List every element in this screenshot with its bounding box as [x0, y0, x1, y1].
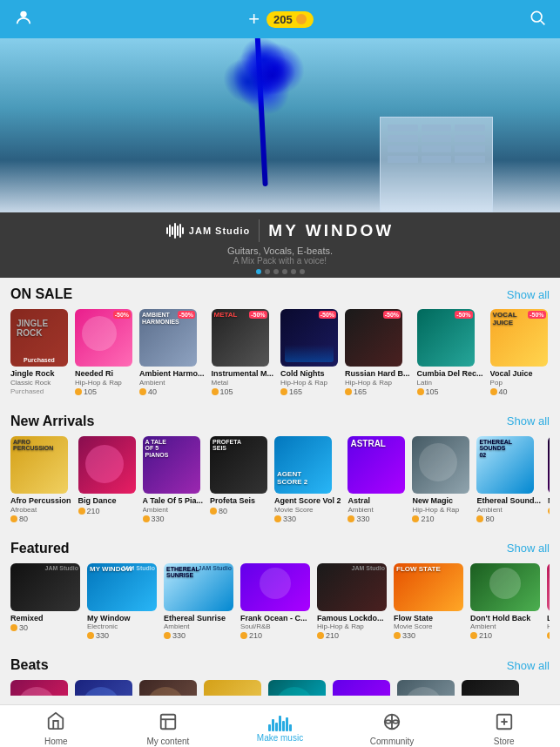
featured-show-all[interactable]: Show all	[507, 542, 550, 555]
album-thumb	[204, 680, 261, 696]
list-item[interactable]	[462, 680, 519, 696]
list-item[interactable]: ETHEREALSUNRISE JAM Studio Ethereal Sunr…	[164, 563, 233, 641]
list-item[interactable]: LOFI STUDYBEATS JAM Studio Lofi Study Be…	[547, 563, 550, 641]
nav-home-label: Home	[44, 737, 68, 746]
list-item[interactable]: -50% Cumbia Del Rec... Latin 105	[417, 309, 483, 396]
waveform-icon	[166, 223, 184, 239]
new-arrivals-section: New Arrivals Show all AFROPERCUSSION Afr…	[0, 405, 560, 532]
list-item[interactable]: -50% Needed Ri Hip-Hop & Rap 105	[75, 309, 132, 396]
list-item[interactable]: -50% Cold Nights Hip-Hop & Rap 165	[280, 309, 338, 396]
brand-bar: JAM Studio MY WINDOW Guitars, Vocals, E-…	[0, 212, 560, 278]
dot-4[interactable]	[282, 269, 287, 274]
album-thumb: ETHEREALSOUNDS02	[476, 436, 534, 494]
make-music-icon	[268, 716, 292, 731]
nav-community-label: Community	[370, 737, 415, 746]
list-item[interactable]: AGENTSCORE 2 Agent Score Vol 2 Movie Sco…	[274, 436, 341, 523]
carousel-dots	[0, 266, 560, 278]
search-icon[interactable]	[529, 9, 546, 30]
list-item[interactable]: AMBIENTHARMONIES -50% Ambient Harmo... A…	[139, 309, 205, 396]
list-item[interactable]	[204, 680, 261, 696]
album-thumb: ASTRAL	[347, 436, 405, 494]
album-thumb	[412, 436, 469, 494]
brand-subtitle: Guitars, Vocals, E-beats. A Mix Pack wit…	[0, 246, 560, 266]
album-thumb: ETHEREALSUNRISE JAM Studio	[164, 563, 233, 611]
beats-list	[10, 680, 550, 696]
album-thumb: VOCALJUICE -50%	[490, 309, 548, 367]
album-thumb	[333, 680, 390, 696]
list-item[interactable]: AFROPERCUSSION Afro Percussion Afrobeat …	[10, 436, 71, 523]
list-item[interactable]	[139, 680, 197, 696]
nav-home[interactable]: Home	[0, 706, 112, 746]
new-arrivals-show-all[interactable]: Show all	[507, 414, 550, 427]
album-thumb: -50%	[417, 309, 475, 367]
store-icon	[495, 712, 514, 735]
album-thumb: PROFETASEIS	[210, 436, 267, 494]
album-thumb: METAL -50%	[212, 309, 269, 367]
coin-count: 205	[273, 13, 293, 26]
list-item[interactable]: JAM Studio Remixed 30	[10, 563, 80, 641]
community-icon	[382, 712, 401, 735]
on-sale-show-all[interactable]: Show all	[507, 288, 550, 301]
list-item[interactable]: JINGLEROCK Purchased Jingle Rock Classic…	[10, 309, 68, 396]
nav-my-content[interactable]: My content	[112, 707, 225, 746]
album-thumb: -50%	[75, 309, 132, 367]
on-sale-header: ON SALE Show all	[10, 286, 550, 302]
new-arrivals-header: New Arrivals Show all	[10, 414, 550, 429]
album-thumb	[240, 563, 310, 611]
nav-make-music[interactable]: Make music	[224, 710, 336, 743]
list-item[interactable]: Don't Hold Back Ambient 210	[470, 563, 540, 641]
list-item[interactable]	[397, 680, 455, 696]
header: + 205	[0, 0, 560, 38]
list-item[interactable]: New Magic Hip-Hop & Rap 210	[412, 436, 469, 523]
list-item[interactable]: Frank Ocean - C... Soul/R&B 210	[240, 563, 310, 641]
list-item[interactable]: Big Dance 210	[78, 436, 136, 523]
dot-6[interactable]	[300, 269, 305, 274]
album-thumb	[75, 680, 132, 696]
add-icon[interactable]: +	[248, 8, 260, 30]
list-item[interactable]: METAL -50% Instrumental M... Metal 105	[212, 309, 274, 396]
nav-community[interactable]: Community	[336, 707, 449, 746]
user-icon[interactable]	[14, 8, 33, 31]
on-sale-list: JINGLEROCK Purchased Jingle Rock Classic…	[10, 309, 550, 405]
dot-3[interactable]	[273, 269, 279, 274]
album-thumb	[397, 680, 455, 696]
nav-store[interactable]: Store	[448, 707, 560, 746]
list-item[interactable]: FLOW STATE Flow State Movie Score 330	[394, 563, 463, 641]
album-thumb	[268, 680, 326, 696]
album-thumb: JINGLEROCK Purchased	[10, 309, 68, 367]
brand-title: MY WINDOW	[268, 221, 394, 240]
nav-my-content-label: My content	[146, 737, 189, 746]
album-thumb: AMBIENTHARMONIES -50%	[139, 309, 197, 367]
list-item[interactable]	[75, 680, 132, 696]
album-thumb: -50%	[345, 309, 402, 367]
album-thumb: -50%	[280, 309, 338, 367]
svg-line-2	[541, 21, 545, 25]
list-item[interactable]	[10, 680, 68, 696]
list-item[interactable]	[268, 680, 326, 696]
list-item[interactable]: -50% Russian Hard B... Hip-Hop & Rap 165	[345, 309, 410, 396]
dot-1[interactable]	[256, 269, 261, 274]
nav-store-label: Store	[494, 737, 515, 746]
list-item[interactable]: VOCALJUICE -50% Vocal Juice Pop 40	[490, 309, 548, 396]
beats-show-all[interactable]: Show all	[507, 659, 550, 672]
coin-badge[interactable]: 205	[267, 11, 314, 28]
hero-banner[interactable]	[0, 38, 560, 212]
svg-rect-3	[161, 714, 176, 729]
dot-5[interactable]	[291, 269, 296, 274]
list-item[interactable]: PROFETASEIS Profeta Seis 80	[210, 436, 267, 523]
brand-divider	[259, 219, 260, 242]
my-content-icon	[159, 712, 178, 735]
list-item[interactable]: MY WINDOW JAM Studio My Window Electroni…	[87, 563, 157, 641]
list-item[interactable]: ASTRAL Astral Ambient 330	[347, 436, 405, 523]
dot-2[interactable]	[265, 269, 270, 274]
coin-dot-icon	[296, 14, 307, 24]
list-item[interactable]: A TALEOF 5PIANOS A Tale Of 5 Pia... Ambi…	[143, 436, 204, 523]
album-thumb: AFROPERCUSSION	[10, 436, 68, 494]
list-item[interactable]: JAM Studio Famous Lockdo... Hip-Hop & Ra…	[317, 563, 387, 641]
album-thumb: MY WINDOW JAM Studio	[87, 563, 157, 611]
list-item[interactable]: NAGOYABEATS Nagoya Beats 330	[548, 436, 550, 523]
list-item[interactable]: ETHEREALSOUNDS02 Ethereal Sound... Ambie…	[476, 436, 541, 523]
list-item[interactable]	[333, 680, 390, 696]
album-thumb: JAM Studio	[317, 563, 387, 611]
album-thumb: AGENTSCORE 2	[274, 436, 332, 494]
